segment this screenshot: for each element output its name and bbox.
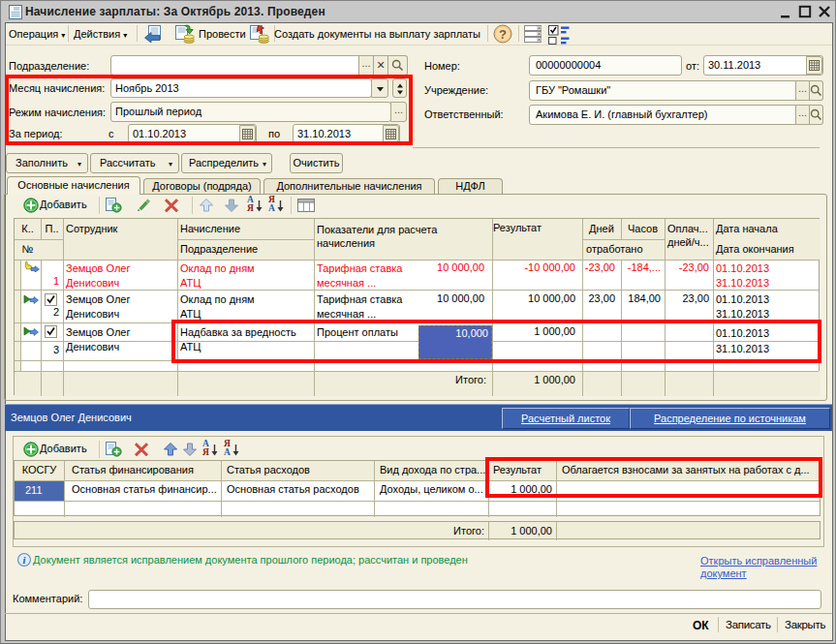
svg-text:?: ? — [499, 27, 507, 42]
svg-text:i: i — [23, 554, 26, 566]
